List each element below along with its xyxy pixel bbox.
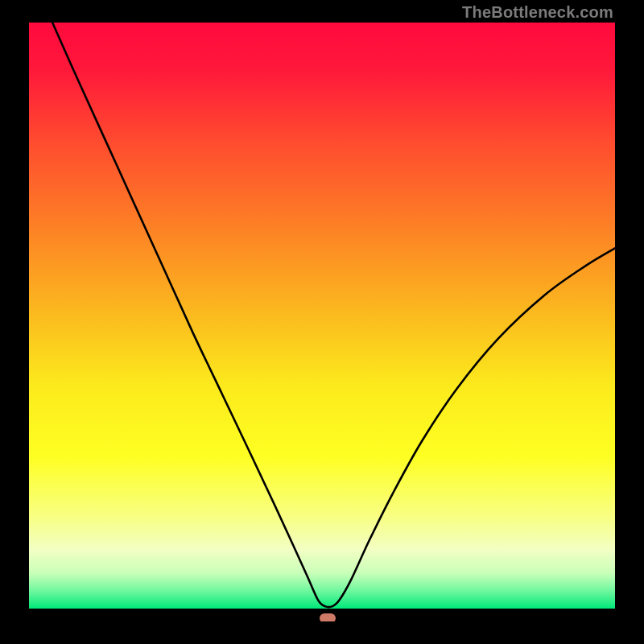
plot-area — [29, 23, 615, 621]
bottleneck-curve — [29, 23, 615, 609]
chart-stage: TheBottleneck.com — [0, 0, 644, 644]
watermark-text: TheBottleneck.com — [462, 3, 613, 22]
optimal-point-marker — [320, 613, 336, 621]
